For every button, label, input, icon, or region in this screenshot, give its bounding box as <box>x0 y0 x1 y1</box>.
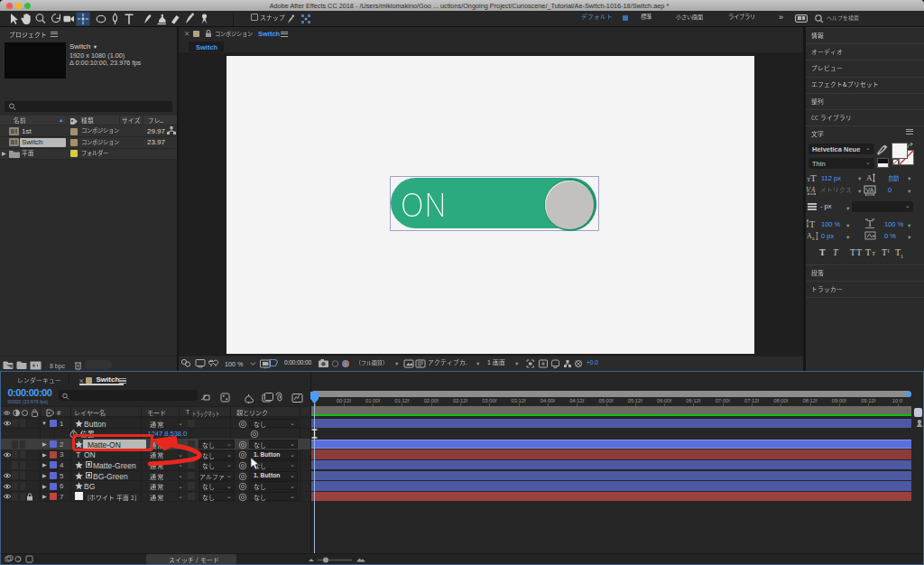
svg-text:A: A <box>866 173 873 182</box>
svg-text:8 bpc: 8 bpc <box>50 363 66 370</box>
svg-text:T: T <box>850 247 855 257</box>
svg-text:T: T <box>856 247 862 257</box>
svg-text:1: 1 <box>887 248 890 254</box>
svg-text:T: T <box>809 219 815 228</box>
svg-text:T: T <box>872 250 876 257</box>
svg-text:A: A <box>810 186 816 194</box>
svg-text:1: 1 <box>901 254 903 258</box>
svg-text:T: T <box>810 173 817 182</box>
svg-text:a: a <box>812 236 815 241</box>
svg-text:T: T <box>833 247 839 257</box>
svg-text:T: T <box>865 247 871 257</box>
svg-text:VA: VA <box>866 187 874 193</box>
svg-text:T: T <box>867 218 873 228</box>
svg-text:T: T <box>819 247 826 257</box>
svg-text:100 %: 100 % <box>225 360 244 368</box>
